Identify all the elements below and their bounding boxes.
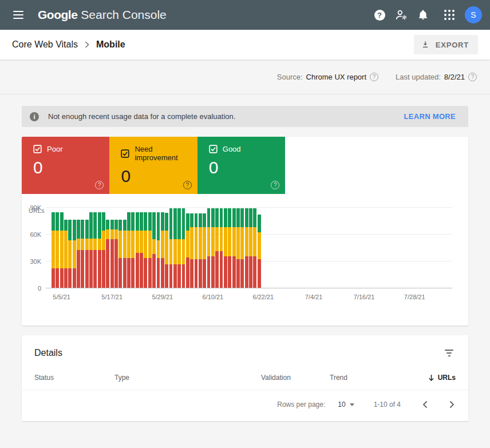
chart-bar[interactable]: [56, 212, 59, 288]
chart-bar[interactable]: [93, 212, 97, 288]
chart-bar[interactable]: [110, 220, 114, 288]
bar-segment-good: [148, 212, 152, 230]
chart-bar[interactable]: [232, 208, 236, 288]
chart-bar[interactable]: [211, 208, 215, 288]
apps-grid-icon[interactable]: [444, 10, 455, 20]
chart-bar[interactable]: [182, 208, 185, 288]
chart-bar[interactable]: [186, 213, 189, 288]
chart-bar[interactable]: [131, 212, 135, 288]
help-icon[interactable]: ?: [369, 4, 390, 26]
bar-segment-need-improvement: [173, 239, 177, 264]
checkbox-checked-icon[interactable]: [33, 145, 42, 153]
bar-segment-poor: [236, 259, 240, 288]
bar-segment-poor: [186, 257, 189, 288]
card-need-improvement-help-icon[interactable]: ?: [183, 181, 192, 189]
previous-page-icon[interactable]: [422, 401, 428, 409]
chart-bar[interactable]: [161, 212, 164, 288]
chart-bar[interactable]: [195, 213, 198, 288]
chart-bar[interactable]: [224, 208, 227, 288]
chart-bar[interactable]: [102, 212, 105, 288]
card-need-improvement[interactable]: Need improvement 0 ?: [109, 137, 197, 194]
chart-bar[interactable]: [81, 220, 84, 288]
column-trend[interactable]: Trend: [330, 374, 398, 382]
chart-bar[interactable]: [60, 212, 64, 288]
chart-bar[interactable]: [228, 208, 231, 288]
learn-more-link[interactable]: LEARN MORE: [404, 112, 456, 121]
bar-segment-good: [56, 212, 59, 230]
bar-segment-need-improvement: [56, 231, 59, 268]
chart-bar[interactable]: [64, 220, 68, 288]
chart-bar[interactable]: [98, 212, 101, 288]
chart-bar[interactable]: [127, 212, 131, 288]
notifications-icon[interactable]: [412, 4, 434, 26]
menu-icon[interactable]: [7, 3, 30, 26]
chart-bar[interactable]: [236, 208, 240, 288]
card-good-help-icon[interactable]: ?: [271, 181, 279, 189]
chart-bar[interactable]: [173, 208, 177, 288]
rows-per-page-select[interactable]: 10: [338, 401, 354, 409]
chart-bar[interactable]: [106, 220, 109, 288]
bar-segment-poor: [195, 259, 198, 288]
chart-bar[interactable]: [220, 208, 223, 288]
card-good[interactable]: Good 0 ?: [197, 137, 285, 194]
chart-bar[interactable]: [249, 208, 252, 288]
chart-bar[interactable]: [77, 220, 80, 288]
column-status[interactable]: Status: [34, 374, 114, 382]
column-urls[interactable]: URLs: [428, 374, 456, 382]
bar-segment-poor: [232, 256, 236, 288]
column-urls-label: URLs: [438, 374, 456, 382]
bar-segment-poor: [89, 250, 93, 288]
export-button[interactable]: EXPORT: [414, 35, 478, 54]
source-help-icon[interactable]: ?: [370, 73, 378, 81]
chart-bar[interactable]: [203, 213, 206, 288]
chart-bar[interactable]: [199, 213, 202, 288]
x-axis-label: 7/16/21: [354, 294, 375, 300]
chart-bar[interactable]: [190, 213, 193, 288]
chart-bar[interactable]: [114, 220, 118, 288]
card-poor-help-icon[interactable]: ?: [95, 181, 104, 189]
chart-bar[interactable]: [245, 208, 248, 288]
chart-bar[interactable]: [136, 212, 139, 288]
chart-bar[interactable]: [52, 212, 55, 288]
logo-google: Google: [38, 8, 77, 22]
chart-bar[interactable]: [157, 212, 160, 288]
checkbox-checked-icon[interactable]: [121, 149, 129, 158]
chart-bar[interactable]: [89, 212, 93, 288]
chart-bar[interactable]: [240, 208, 244, 288]
next-page-icon[interactable]: [449, 401, 455, 409]
manage-users-icon[interactable]: [390, 4, 412, 26]
bar-segment-good: [186, 213, 189, 231]
chart-bar[interactable]: [123, 220, 127, 288]
card-poor[interactable]: Poor 0 ?: [22, 137, 109, 194]
bar-segment-need-improvement: [77, 239, 80, 250]
bar-segment-good: [98, 212, 101, 238]
filter-icon[interactable]: [442, 347, 456, 359]
chart-bar[interactable]: [165, 213, 168, 288]
bar-segment-poor: [215, 251, 219, 288]
bar-segment-poor: [123, 258, 127, 288]
chart-bar[interactable]: [258, 215, 261, 288]
updated-help-icon[interactable]: ?: [468, 73, 477, 81]
breadcrumb-parent-link[interactable]: Core Web Vitals: [12, 39, 78, 50]
column-type[interactable]: Type: [114, 374, 261, 382]
chart-bar[interactable]: [118, 220, 122, 288]
chart-bar[interactable]: [73, 220, 76, 288]
bar-segment-need-improvement: [140, 231, 143, 253]
chart-bar[interactable]: [215, 208, 219, 288]
chart-bar[interactable]: [85, 220, 89, 288]
chart-bar[interactable]: [148, 212, 152, 288]
chart-bar[interactable]: [144, 212, 147, 288]
chart-bar[interactable]: [140, 212, 143, 288]
chart-bar[interactable]: [169, 208, 173, 288]
app-logo[interactable]: Google Search Console: [38, 8, 167, 22]
avatar[interactable]: S: [465, 6, 482, 23]
bar-segment-need-improvement: [157, 240, 160, 258]
chart-bar[interactable]: [253, 208, 256, 288]
checkbox-checked-icon[interactable]: [209, 145, 218, 153]
chart-bar[interactable]: [152, 212, 156, 288]
chart-bar[interactable]: [177, 208, 181, 288]
bar-segment-need-improvement: [131, 231, 135, 259]
column-validation[interactable]: Validation: [261, 374, 330, 382]
chart-bar[interactable]: [68, 220, 72, 288]
chart-bar[interactable]: [207, 208, 211, 288]
